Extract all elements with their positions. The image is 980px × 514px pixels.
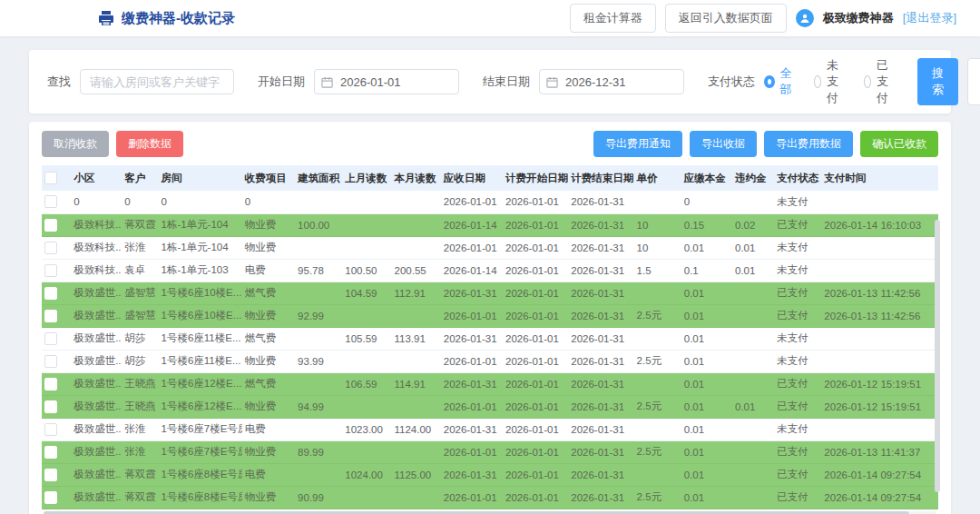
table-cell: 2026-01-01	[503, 304, 568, 327]
table-cell	[392, 213, 441, 236]
calendar-icon	[546, 75, 558, 92]
reset-button[interactable]: 重置	[967, 58, 980, 105]
filter-bar: 查找 开始日期 结束日期 支付状态 全部未支付已支付	[29, 50, 951, 114]
column-header[interactable]: 支付时间	[821, 165, 938, 191]
column-header[interactable]: 本月读数	[392, 165, 441, 191]
export-receipt-button[interactable]: 导出收据	[690, 131, 757, 157]
table-row[interactable]: 极致科技...张淮1栋-1单元-104物业费2026-01-012026-01-…	[42, 236, 938, 259]
table-cell	[342, 440, 391, 463]
end-date-input[interactable]	[539, 69, 684, 94]
table-cell: 电费	[242, 463, 295, 486]
row-checkbox[interactable]	[44, 491, 57, 504]
row-checkbox[interactable]	[44, 287, 57, 300]
table-cell: 2026-01-01	[503, 213, 568, 236]
column-header[interactable]: 上月读数	[342, 165, 391, 191]
table-row[interactable]: 极致盛世...王晓燕1号楼6座12楼E...物业费94.992026-01-01…	[42, 395, 938, 418]
select-all-checkbox[interactable]	[44, 172, 57, 184]
table-row[interactable]: 极致盛世...蒋双霞1号楼6座8楼E号房物业费90.992026-01-0120…	[42, 486, 938, 509]
table-row[interactable]: 00002026-01-012026-01-012026-01-310未支付	[42, 191, 938, 213]
vertical-scrollbar[interactable]	[935, 220, 940, 492]
row-checkbox[interactable]	[44, 423, 57, 436]
table-cell: 2026-01-31	[568, 395, 633, 418]
table-row[interactable]: 极致盛世...蒋双霞1号楼6座8楼E号房电费1024.001125.002026…	[42, 463, 938, 486]
column-header[interactable]: 应缴本金	[681, 165, 732, 191]
table-row[interactable]: 极致盛世...张淮1号楼6座7楼E号房电费1023.001124.002026-…	[42, 418, 938, 440]
table-row[interactable]: 极致盛世...胡莎1号楼6座11楼E...燃气费105.59113.912026…	[42, 327, 938, 350]
table-cell	[342, 486, 391, 509]
table-cell: 2026-01-01	[503, 372, 568, 395]
delete-data-button[interactable]: 删除数据	[116, 131, 183, 157]
table-cell: 2026-01-01	[503, 327, 568, 350]
row-checkbox[interactable]	[44, 378, 57, 390]
row-checkbox[interactable]	[44, 264, 57, 277]
row-checkbox[interactable]	[44, 219, 57, 232]
table-cell: 0.01	[681, 372, 732, 395]
table-cell: 2026-01-31	[568, 418, 633, 440]
column-header[interactable]: 单价	[634, 165, 681, 191]
column-header[interactable]: 应收日期	[441, 165, 503, 191]
pay-status-radio-0[interactable]: 全部	[764, 65, 794, 98]
table-cell: 2026-01-01	[441, 350, 503, 372]
table-row[interactable]: 极致科技...袁卓1栋-1单元-103电费95.78100.50200.5520…	[42, 259, 938, 282]
start-date-input[interactable]	[314, 69, 459, 94]
table-cell: 2.5元	[634, 304, 681, 327]
table-cell: 0.01	[681, 418, 732, 440]
pay-status-label: 支付状态	[708, 74, 755, 90]
table-cell: 0.01	[681, 282, 732, 304]
table-cell: 93.99	[295, 350, 342, 372]
table-row[interactable]: 极致盛世...王晓燕1号楼6座12楼E...燃气费106.59114.91202…	[42, 372, 938, 395]
column-header[interactable]: 违约金	[732, 165, 774, 191]
table-cell: 0.01	[681, 486, 732, 509]
row-checkbox[interactable]	[44, 195, 57, 208]
column-header[interactable]: 客户	[122, 165, 158, 191]
column-header[interactable]: 收费项目	[242, 165, 295, 191]
table-row[interactable]: 极致盛世...胡莎1号楼6座11楼E...物业费93.992026-01-012…	[42, 350, 938, 372]
column-header[interactable]: 计费结束日期	[568, 165, 633, 191]
table-cell: 张淮	[122, 418, 158, 440]
row-checkbox[interactable]	[44, 310, 57, 322]
column-header[interactable]: 房间	[159, 165, 242, 191]
column-header[interactable]: 支付状态	[774, 165, 821, 191]
row-checkbox[interactable]	[44, 400, 57, 413]
table-cell: 极致盛世...	[71, 350, 122, 372]
export-fee-notice-button[interactable]: 导出费用通知	[593, 131, 682, 157]
table-cell: 物业费	[242, 395, 295, 418]
logout-link[interactable]: [退出登录]	[903, 10, 956, 26]
column-header[interactable]: 计费开始日期	[503, 165, 568, 191]
pay-status-radio-1[interactable]: 未支付	[814, 57, 844, 106]
back-to-import-button[interactable]: 返回引入数据页面	[665, 4, 787, 33]
column-header[interactable]: 小区	[71, 165, 122, 191]
search-input[interactable]	[80, 69, 234, 94]
table-cell: 0.15	[681, 213, 732, 236]
table-row[interactable]: 极致盛世...盛智慧1号楼6座10楼E...物业费92.992026-01-01…	[42, 304, 938, 327]
table-cell	[392, 486, 441, 509]
table-cell: 2026-01-01	[503, 282, 568, 304]
pay-status-radio-2[interactable]: 已支付	[864, 57, 894, 106]
cancel-receipt-button[interactable]: 取消收款	[42, 131, 109, 157]
table-cell: 胡莎	[122, 327, 158, 350]
table-row[interactable]: 极致盛世...盛智慧1号楼6座10楼E...燃气费104.59112.91202…	[42, 282, 938, 304]
row-checkbox[interactable]	[44, 355, 57, 368]
row-checkbox[interactable]	[44, 332, 57, 345]
table-cell: 极致科技...	[71, 259, 122, 282]
table-cell: 2026-01-01	[441, 486, 503, 509]
table-cell: 0.1	[681, 259, 732, 282]
row-checkbox[interactable]	[44, 242, 57, 254]
confirm-received-button[interactable]: 确认已收款	[860, 131, 938, 157]
table-row[interactable]: 极致科技...蒋双霞1栋-1单元-104物业费100.002026-01-142…	[42, 213, 938, 236]
rent-calculator-button[interactable]: 租金计算器	[570, 4, 656, 33]
records-panel: 取消收款 删除数据 导出费用通知 导出收据 导出费用数据 确认已收款 小区客户房…	[29, 122, 951, 514]
horizontal-scrollbar[interactable]	[44, 511, 909, 514]
row-checkbox[interactable]	[44, 446, 57, 459]
table-cell: 2026-01-01	[503, 259, 568, 282]
table-cell: 2026-01-01	[503, 350, 568, 372]
column-header[interactable]: 建筑面积	[295, 165, 342, 191]
table-row[interactable]: 极致盛世...张淮1号楼6座7楼E号房物业费89.992026-01-01202…	[42, 440, 938, 463]
table-cell	[342, 213, 391, 236]
table-cell	[295, 236, 342, 259]
row-checkbox[interactable]	[44, 469, 57, 481]
search-button[interactable]: 搜索	[917, 58, 958, 105]
end-date-label: 结束日期	[483, 74, 530, 90]
export-fee-data-button[interactable]: 导出费用数据	[764, 131, 853, 157]
table-cell: 2026-01-01	[503, 440, 568, 463]
